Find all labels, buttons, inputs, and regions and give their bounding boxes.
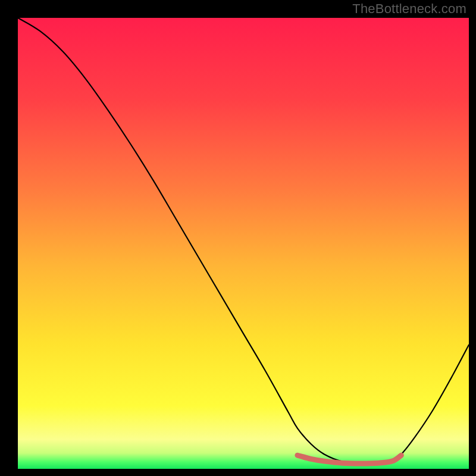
attribution-label: TheBottleneck.com bbox=[352, 1, 466, 17]
chart-canvas bbox=[0, 0, 476, 476]
bottleneck-chart: TheBottleneck.com bbox=[0, 0, 476, 476]
plot-background bbox=[18, 18, 469, 469]
